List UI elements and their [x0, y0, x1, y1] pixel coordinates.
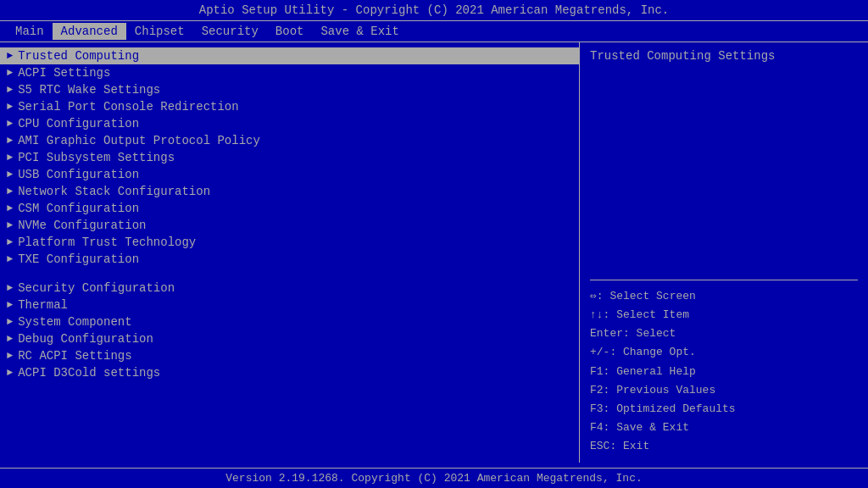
arrow-icon: ► [7, 236, 13, 248]
right-panel: Trusted Computing Settings ⇔: Select Scr… [580, 42, 868, 463]
left-menu-item[interactable]: ►CPU Configuration [0, 115, 579, 132]
key-help-item: ↑↓: Select Item [590, 306, 858, 324]
menu-entry-label: System Component [18, 315, 131, 329]
left-menu-item[interactable]: ►CSM Configuration [0, 200, 579, 217]
arrow-icon: ► [7, 169, 13, 180]
menu-entry-label: Network Stack Configuration [18, 185, 210, 198]
menu-entry-label: CPU Configuration [18, 117, 139, 130]
menu-item-chipset[interactable]: Chipset [126, 23, 193, 40]
left-menu-item[interactable]: ►Serial Port Console Redirection [0, 98, 579, 115]
menu-entry-label: PCI Subsystem Settings [18, 151, 175, 164]
menu-entry-label: ACPI Settings [18, 66, 110, 80]
arrow-icon: ► [7, 84, 13, 96]
arrow-icon: ► [7, 50, 13, 62]
menu-entry-label: S5 RTC Wake Settings [18, 83, 160, 97]
right-description: Trusted Computing Settings [590, 49, 858, 273]
arrow-icon: ► [7, 152, 13, 164]
title-bar: Aptio Setup Utility - Copyright (C) 2021… [0, 0, 868, 20]
left-menu-item[interactable]: ►System Component [0, 313, 579, 330]
left-menu-item[interactable]: ►AMI Graphic Output Protocol Policy [0, 132, 579, 149]
left-menu-item[interactable]: ►Thermal [0, 297, 579, 313]
right-divider [590, 280, 858, 280]
menu-entry-label: Serial Port Console Redirection [18, 100, 238, 114]
arrow-icon: ► [7, 186, 13, 197]
menu-entry-label: Debug Configuration [18, 332, 153, 346]
menu-item-save--exit[interactable]: Save & Exit [312, 23, 407, 40]
left-menu-item[interactable]: ►Security Configuration [0, 280, 579, 297]
arrow-icon: ► [7, 367, 13, 379]
left-menu-item[interactable]: ►S5 RTC Wake Settings [0, 81, 579, 98]
menu-entry-label: Platform Trust Technology [18, 236, 196, 249]
left-menu-item[interactable]: ►TXE Configuration [0, 251, 579, 268]
left-menu-item[interactable]: ►ACPI D3Cold settings [0, 364, 579, 381]
menu-entry-label: Trusted Computing [18, 49, 139, 63]
arrow-icon: ► [7, 333, 13, 345]
left-menu-item[interactable]: ►Platform Trust Technology [0, 234, 579, 251]
menu-item-advanced[interactable]: Advanced [53, 23, 126, 40]
arrow-icon: ► [7, 219, 13, 231]
footer: Version 2.19.1268. Copyright (C) 2021 Am… [0, 468, 868, 488]
menu-item-security[interactable]: Security [193, 23, 267, 40]
key-help-item: ⇔: Select Screen [590, 287, 858, 306]
arrow-icon: ► [7, 299, 13, 311]
left-menu-item[interactable]: ►NVMe Configuration [0, 217, 579, 234]
key-help-item: F3: Optimized Defaults [590, 400, 858, 419]
left-menu-item[interactable]: ►ACPI Settings [0, 64, 579, 81]
menu-entry-label: Security Configuration [18, 281, 175, 295]
menu-entry-label: AMI Graphic Output Protocol Policy [18, 134, 260, 147]
arrow-icon: ► [7, 316, 13, 328]
key-help-item: F2: Previous Values [590, 381, 858, 400]
arrow-icon: ► [7, 118, 13, 130]
menu-entry-label: Thermal [18, 298, 68, 312]
left-menu-item[interactable]: ►USB Configuration [0, 166, 579, 183]
menu-entry-label: ACPI D3Cold settings [18, 366, 160, 380]
menu-entry-label: TXE Configuration [18, 252, 139, 266]
left-menu-item[interactable]: ►Network Stack Configuration [0, 183, 579, 200]
left-menu-item[interactable]: ►Trusted Computing [0, 47, 579, 64]
key-help-item: ESC: Exit [590, 437, 858, 456]
menu-item-boot[interactable]: Boot [267, 23, 313, 40]
menu-entry-label: CSM Configuration [18, 202, 139, 215]
key-help-item: F4: Save & Exit [590, 419, 858, 437]
menu-entry-label: NVMe Configuration [18, 219, 146, 232]
left-menu-item[interactable]: ►RC ACPI Settings [0, 347, 579, 364]
arrow-icon: ► [7, 67, 13, 79]
spacer [0, 268, 579, 280]
menu-entry-label: USB Configuration [18, 168, 139, 181]
menu-entry-label: RC ACPI Settings [18, 349, 131, 363]
left-menu-item[interactable]: ►Debug Configuration [0, 330, 579, 347]
arrow-icon: ► [7, 101, 13, 113]
arrow-icon: ► [7, 350, 13, 362]
key-help-item: Enter: Select [590, 324, 858, 343]
arrow-icon: ► [7, 135, 13, 147]
left-menu-item[interactable]: ►PCI Subsystem Settings [0, 149, 579, 166]
menu-bar: MainAdvancedChipsetSecurityBootSave & Ex… [0, 20, 868, 42]
menu-item-main[interactable]: Main [7, 23, 53, 40]
key-help-item: +/-: Change Opt. [590, 343, 858, 362]
key-help-item: F1: General Help [590, 363, 858, 381]
arrow-icon: ► [7, 282, 13, 294]
arrow-icon: ► [7, 202, 13, 214]
left-panel: ►Trusted Computing►ACPI Settings►S5 RTC … [0, 42, 580, 463]
key-help: ⇔: Select Screen↑↓: Select ItemEnter: Se… [590, 287, 858, 456]
arrow-icon: ► [7, 253, 13, 265]
